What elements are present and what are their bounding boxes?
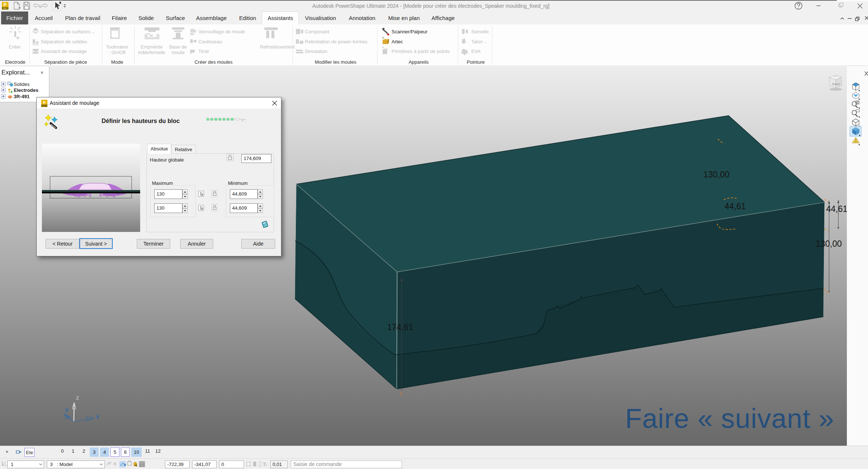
svg-text:y: y — [65, 406, 69, 412]
svg-text:x: x — [96, 413, 99, 419]
svg-text:z: z — [76, 395, 79, 401]
svg-text:P: P — [3, 2, 6, 7]
svg-text:P: P — [43, 101, 46, 105]
svg-text:AVANT: AVANT — [832, 83, 841, 86]
svg-text:SHP: SHP — [3, 8, 7, 10]
svg-text:Tr: Tr — [263, 462, 266, 467]
